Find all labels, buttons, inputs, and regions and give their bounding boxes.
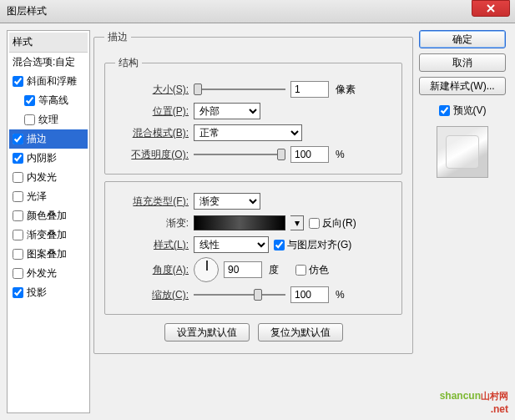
ok-button[interactable]: 确定 <box>419 30 506 48</box>
opacity-input[interactable] <box>290 146 329 163</box>
sidebar-item-11[interactable]: 投影 <box>9 283 88 302</box>
opacity-unit: % <box>336 149 345 160</box>
sidebar-item-checkbox[interactable] <box>13 268 23 279</box>
scale-label: 缩放(C): <box>115 288 189 302</box>
close-button[interactable] <box>472 0 510 17</box>
gradstyle-select[interactable]: 线性 <box>194 236 269 253</box>
sidebar-item-checkbox[interactable] <box>13 287 23 298</box>
preview-checkbox[interactable]: 预览(V) <box>439 104 487 118</box>
sidebar-item-0[interactable]: 斜面和浮雕 <box>9 72 88 91</box>
sidebar-item-10[interactable]: 外发光 <box>9 264 88 283</box>
sidebar-item-1[interactable]: 等高线 <box>9 91 88 110</box>
sidebar-item-label: 颜色叠加 <box>27 209 67 223</box>
sidebar-item-checkbox[interactable] <box>13 153 23 164</box>
size-input[interactable] <box>290 81 329 98</box>
gradient-label: 渐变: <box>115 216 189 230</box>
sidebar-item-checkbox[interactable] <box>13 249 23 260</box>
structure-legend: 结构 <box>115 56 142 70</box>
sidebar-item-label: 图案叠加 <box>27 247 67 261</box>
stroke-fieldset: 描边 结构 大小(S): 像素 位置(P): 外部 混合模式(B): 正常 <box>93 30 413 354</box>
sidebar-item-7[interactable]: 颜色叠加 <box>9 206 88 225</box>
blendmode-select[interactable]: 正常 <box>194 124 302 141</box>
stroke-legend: 描边 <box>104 30 131 44</box>
sidebar-item-checkbox[interactable] <box>24 95 35 106</box>
blendmode-label: 混合模式(B): <box>115 126 189 140</box>
blend-options-item[interactable]: 混合选项:自定 <box>9 53 88 72</box>
fill-group: 填充类型(F): 渐变 渐变: ▾ 反向(R) 样式(L): 线性 与图层对齐(… <box>104 181 402 315</box>
sidebar-item-6[interactable]: 光泽 <box>9 187 88 206</box>
sidebar-item-label: 光泽 <box>27 190 47 204</box>
sidebar-item-label: 外发光 <box>27 266 57 281</box>
sidebar-item-label: 描边 <box>27 132 47 146</box>
sidebar-item-label: 等高线 <box>38 94 68 108</box>
sidebar-item-label: 内发光 <box>27 170 57 185</box>
size-label: 大小(S): <box>115 83 189 97</box>
sidebar-item-checkbox[interactable] <box>13 191 23 202</box>
angle-dial[interactable] <box>194 257 219 282</box>
sidebar-item-checkbox[interactable] <box>13 76 23 87</box>
titlebar: 图层样式 <box>0 0 515 23</box>
scale-input[interactable] <box>290 286 329 303</box>
close-icon <box>487 4 495 13</box>
sidebar-item-5[interactable]: 内发光 <box>9 168 88 187</box>
sidebar-item-checkbox[interactable] <box>13 172 23 183</box>
opacity-label: 不透明度(O): <box>115 148 189 162</box>
sidebar-item-8[interactable]: 渐变叠加 <box>9 225 88 245</box>
sidebar-item-checkbox[interactable] <box>13 230 23 240</box>
sidebar-item-label: 内阴影 <box>27 151 57 165</box>
window-title: 图层样式 <box>7 4 47 18</box>
watermark: shancun山村网 .net <box>440 386 508 415</box>
new-style-button[interactable]: 新建样式(W)... <box>419 77 506 95</box>
sidebar-item-2[interactable]: 纹理 <box>9 110 88 129</box>
sidebar-header: 样式 <box>9 33 88 53</box>
filltype-label: 填充类型(F): <box>115 195 189 209</box>
set-default-button[interactable]: 设置为默认值 <box>164 323 250 342</box>
filltype-select[interactable]: 渐变 <box>194 193 260 210</box>
gradstyle-label: 样式(L): <box>115 238 189 252</box>
sidebar-item-checkbox[interactable] <box>24 114 35 125</box>
sidebar-item-label: 投影 <box>27 286 47 300</box>
gradient-swatch[interactable] <box>194 215 285 230</box>
angle-input[interactable] <box>224 261 262 278</box>
sidebar-item-checkbox[interactable] <box>13 210 23 221</box>
sidebar-item-checkbox[interactable] <box>13 134 23 144</box>
angle-unit: 度 <box>269 263 279 277</box>
sidebar-item-label: 渐变叠加 <box>27 228 67 242</box>
scale-slider[interactable] <box>194 286 285 303</box>
sidebar-item-3[interactable]: 描边 <box>9 129 88 149</box>
sidebar-item-4[interactable]: 内阴影 <box>9 149 88 168</box>
size-slider[interactable] <box>194 81 285 98</box>
size-unit: 像素 <box>336 83 356 97</box>
reset-default-button[interactable]: 复位为默认值 <box>258 323 343 342</box>
style-list: 样式 混合选项:自定 斜面和浮雕等高线纹理描边内阴影内发光光泽颜色叠加渐变叠加图… <box>7 30 90 413</box>
cancel-button[interactable]: 取消 <box>419 53 506 72</box>
align-checkbox[interactable]: 与图层对齐(G) <box>274 238 351 252</box>
settings-panel: 描边 结构 大小(S): 像素 位置(P): 外部 混合模式(B): 正常 <box>93 30 413 413</box>
reverse-checkbox[interactable]: 反向(R) <box>309 216 356 230</box>
preview-thumbnail <box>437 126 488 178</box>
angle-label: 角度(A): <box>115 263 189 277</box>
right-panel: 确定 取消 新建样式(W)... 预览(V) <box>417 30 508 413</box>
sidebar-item-9[interactable]: 图案叠加 <box>9 245 88 264</box>
sidebar-item-label: 纹理 <box>38 113 58 127</box>
scale-unit: % <box>336 289 345 301</box>
sidebar-item-label: 斜面和浮雕 <box>27 74 77 89</box>
gradient-dropdown-icon[interactable]: ▾ <box>290 215 304 230</box>
dither-checkbox[interactable]: 仿色 <box>295 263 329 277</box>
position-select[interactable]: 外部 <box>194 103 260 119</box>
position-label: 位置(P): <box>115 104 189 119</box>
structure-group: 结构 大小(S): 像素 位置(P): 外部 混合模式(B): 正常 不透明度(… <box>104 56 402 175</box>
opacity-slider[interactable] <box>194 146 285 163</box>
